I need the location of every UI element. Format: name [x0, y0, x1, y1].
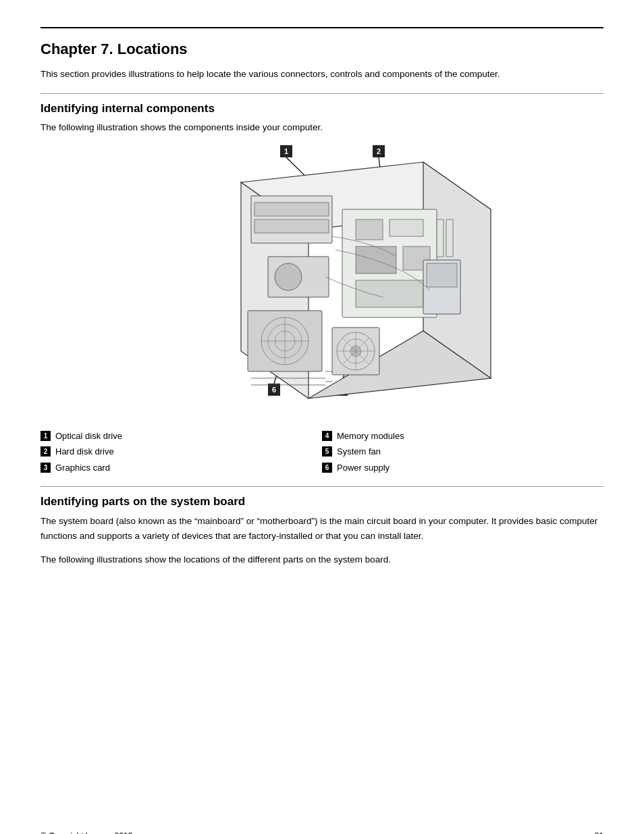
section1-divider	[41, 93, 603, 94]
legend-item-5: 5 System fan	[322, 445, 603, 459]
components-legend: 1 Optical disk drive 2 Hard disk drive 3…	[41, 429, 603, 475]
svg-text:6: 6	[272, 386, 276, 394]
badge-1: 1	[41, 431, 51, 441]
legend-col-left: 1 Optical disk drive 2 Hard disk drive 3…	[41, 429, 322, 475]
svg-rect-27	[356, 280, 423, 307]
svg-text:1: 1	[284, 147, 288, 155]
svg-rect-42	[446, 219, 453, 257]
badge-4: 4	[322, 431, 332, 441]
legend-item-2: 2 Hard disk drive	[41, 445, 322, 459]
legend-label-4: Memory modules	[337, 429, 404, 443]
legend-label-3: Graphics card	[55, 461, 110, 475]
badge-3: 3	[41, 463, 51, 473]
page: Chapter 7. Locations This section provid…	[0, 27, 644, 834]
legend-item-3: 3 Graphics card	[41, 461, 322, 475]
legend-item-6: 6 Power supply	[322, 461, 603, 475]
legend-label-5: System fan	[337, 445, 381, 459]
page-number: 21	[595, 831, 603, 834]
legend-item-4: 4 Memory modules	[322, 429, 603, 443]
legend-item-1: 1 Optical disk drive	[41, 429, 322, 443]
content-area: Chapter 7. Locations This section provid…	[0, 41, 644, 567]
section1-title: Identifying internal components	[41, 102, 603, 115]
chapter-title: Chapter 7. Locations	[41, 41, 603, 58]
legend-label-2: Hard disk drive	[55, 445, 114, 459]
svg-rect-41	[437, 219, 444, 257]
section2-desc: The system board (also known as the “mai…	[41, 514, 603, 543]
diagram-area: 1 2 3 4 5	[41, 142, 603, 419]
svg-rect-29	[254, 203, 329, 216]
svg-rect-23	[356, 219, 383, 240]
section2-desc2: The following illustrations show the loc…	[41, 552, 603, 567]
svg-rect-30	[254, 219, 329, 233]
badge-6: 6	[322, 463, 332, 473]
legend-label-6: Power supply	[337, 461, 390, 475]
copyright-text: © Copyright Lenovo 2013	[41, 831, 132, 834]
svg-rect-25	[356, 246, 396, 273]
svg-rect-40	[427, 263, 457, 287]
footer: © Copyright Lenovo 2013 21	[41, 831, 603, 834]
intro-text: This section provides illustrations to h…	[41, 68, 603, 81]
internal-components-diagram: 1 2 3 4 5	[133, 142, 511, 419]
svg-text:2: 2	[377, 147, 381, 155]
top-rule	[41, 27, 603, 28]
legend-col-right: 4 Memory modules 5 System fan 6 Power su…	[322, 429, 603, 475]
badge-5: 5	[322, 446, 332, 457]
section2-divider	[41, 486, 603, 487]
section2-title: Identifying parts on the system board	[41, 495, 603, 509]
svg-point-32	[275, 263, 302, 290]
section1-desc: The following illustration shows the com…	[41, 121, 603, 134]
badge-2: 2	[41, 446, 51, 457]
svg-rect-24	[390, 219, 423, 236]
legend-label-1: Optical disk drive	[55, 429, 122, 443]
